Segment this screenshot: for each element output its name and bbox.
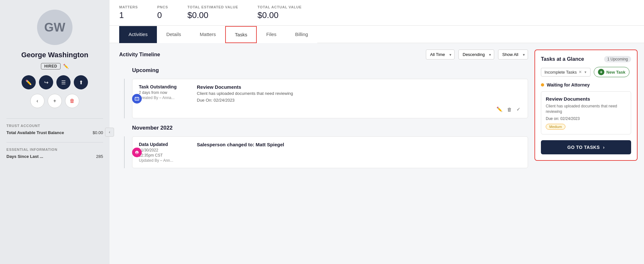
days-since-value: 285 [96, 154, 103, 159]
timeline-header: Activity Timeline All Time Descending Sh… [119, 50, 528, 59]
trust-account-label: TRUST ACCOUNT [6, 124, 103, 128]
timeline-task-right: Review Documents Client has uploaded doc… [197, 84, 521, 113]
tab-matters[interactable]: Matters [190, 26, 225, 43]
nav-row: ‹ + 🗑 [30, 94, 79, 108]
task-card-desc: Client has uploaded documents that need … [546, 104, 626, 114]
back-button[interactable]: ‹ [30, 94, 44, 108]
timeline-title: Activity Timeline [119, 52, 422, 58]
tabs-row: Activities Details Matters Tasks Files B… [110, 26, 644, 43]
share-button[interactable]: ⬆ [74, 75, 88, 89]
tab-billing[interactable]: Billing [286, 26, 317, 43]
goto-tasks-arrow-icon: › [603, 145, 605, 150]
notes-button[interactable]: ☰ [56, 75, 71, 89]
client-name: George Washington [21, 51, 88, 59]
tasks-filter-row: Incomplete Tasks ✕ ▼ + New Task [541, 67, 631, 77]
filter-show-all-wrap[interactable]: Show All [498, 50, 528, 59]
timeline-line-2 [124, 136, 125, 168]
new-task-label: New Task [606, 70, 625, 75]
trust-balance-row: Total Available Trust Balance $0.00 [6, 130, 103, 135]
days-since-label: Days Since Last ... [6, 154, 43, 159]
tab-tasks[interactable]: Tasks [225, 26, 257, 43]
total-estimated-value: $0.00 [187, 10, 238, 20]
total-actual-value: $0.00 [257, 10, 302, 20]
tab-activities[interactable]: Activities [119, 26, 157, 43]
timeline-data-updated: Updated By – Ann... [139, 158, 190, 163]
timeline-task-title: Review Documents [197, 84, 521, 90]
timeline-area: Activity Timeline All Time Descending Sh… [119, 50, 534, 258]
tasks-filter-tag[interactable]: Incomplete Tasks ✕ ▼ [541, 68, 591, 77]
upcoming-section-title: Upcoming [119, 67, 528, 74]
edit-status-icon[interactable]: ✏️ [63, 64, 69, 69]
timeline-data-right: Salesperson changed to: Matt Spiegel [197, 142, 521, 149]
tasks-filter-clear[interactable]: ✕ [579, 70, 582, 74]
stat-pncs: PNCs 0 [157, 5, 168, 20]
goto-tasks-button[interactable]: GO TO TASKS › [541, 140, 631, 154]
timeline-task-actions: ✏️ 🗑 ✓ [197, 106, 521, 113]
total-estimated-label: TOTAL ESTIMATED VALUE [187, 5, 238, 9]
filter-show-all[interactable]: Show All [498, 50, 528, 59]
trust-balance-value: $0.00 [92, 130, 103, 135]
matters-label: MATTERS [119, 5, 138, 9]
filter-descending[interactable]: Descending [458, 50, 494, 59]
timeline-task-date: 2 days from now [139, 90, 190, 95]
filter-descending-wrap[interactable]: Descending [458, 50, 494, 59]
sidebar: GW George Washington HIRED ✏️ ✏️ ↪ ☰ ⬆ ‹… [0, 0, 110, 264]
total-actual-label: TOTAL ACTUAL VALUE [257, 5, 302, 9]
tasks-upcoming-badge: 1 Upcoming [604, 56, 631, 62]
avatar: GW [37, 10, 72, 45]
matters-value: 1 [119, 10, 138, 20]
delete-task-button[interactable]: 🗑 [506, 106, 513, 113]
timeline-data-left: Data Updated 11/30/2022 12:35pm CST Upda… [139, 142, 190, 163]
november-section-title: November 2022 [119, 125, 528, 131]
new-task-plus-icon: + [598, 69, 604, 75]
waiting-label-row: Waiting for Attorney [541, 82, 631, 87]
november-items: Data Updated 11/30/2022 12:35pm CST Upda… [119, 136, 528, 168]
timeline-task-created: Created By – Anna... [139, 96, 190, 100]
edit-button[interactable]: ✏️ [22, 75, 36, 89]
timeline-data-person: Matt Spiegel [256, 142, 284, 147]
task-card: Review Documents Client has uploaded doc… [541, 91, 631, 134]
tasks-panel-header: Tasks at a Glance 1 Upcoming [541, 56, 631, 62]
forward-button[interactable]: ↪ [39, 75, 53, 89]
timeline-dot-pink [132, 148, 142, 157]
divider-trust [6, 118, 103, 119]
tab-details[interactable]: Details [157, 26, 190, 43]
trust-balance-label: Total Available Trust Balance [6, 130, 64, 135]
complete-task-button[interactable]: ✓ [516, 106, 521, 113]
filter-all-time-wrap[interactable]: All Time [426, 50, 455, 59]
edit-task-button[interactable]: ✏️ [496, 106, 503, 113]
task-card-title: Review Documents [546, 96, 626, 102]
tasks-filter-label: Incomplete Tasks [544, 70, 577, 75]
timeline-task-desc: Client has uploaded documents that need … [197, 91, 521, 96]
content-area: Activity Timeline All Time Descending Sh… [110, 43, 644, 264]
divider-essential [6, 142, 103, 142]
timeline-task-left: Task Outstanding 2 days from now Created… [139, 84, 190, 100]
timeline-task-type: Task Outstanding [139, 84, 190, 89]
sidebar-toggle[interactable]: ‹ [105, 128, 114, 137]
stat-total-actual: TOTAL ACTUAL VALUE $0.00 [257, 5, 302, 20]
status-badge: HIRED [41, 63, 61, 69]
timeline-data-title: Salesperson changed to: Matt Spiegel [197, 142, 521, 147]
tasks-filter-chevron-icon: ▼ [584, 70, 587, 74]
timeline-data-date: 11/30/2022 [139, 148, 190, 152]
timeline-dot-blue [132, 94, 142, 104]
timeline-line [124, 79, 125, 118]
pncs-label: PNCs [157, 5, 168, 9]
essential-info-label: ESSENTIAL INFORMATION [6, 148, 103, 151]
task-card-due: Due on: 02/24/2023 [546, 116, 626, 121]
timeline-item-data-update: Data Updated 11/30/2022 12:35pm CST Upda… [132, 136, 528, 168]
task-priority-badge: Medium [546, 124, 565, 130]
stat-total-estimated: TOTAL ESTIMATED VALUE $0.00 [187, 5, 238, 20]
new-task-button[interactable]: + New Task [594, 67, 630, 77]
timeline-task-card: Task Outstanding 2 days from now Created… [132, 79, 528, 118]
days-since-row: Days Since Last ... 285 [6, 154, 103, 159]
filter-all-time[interactable]: All Time [426, 50, 455, 59]
stat-matters: MATTERS 1 [119, 5, 138, 20]
delete-button[interactable]: 🗑 [65, 94, 79, 108]
timeline-data-time: 12:35pm CST [139, 153, 190, 158]
goto-tasks-label: GO TO TASKS [567, 145, 600, 150]
tab-files[interactable]: Files [257, 26, 286, 43]
add-button[interactable]: + [48, 94, 62, 108]
action-buttons-row: ✏️ ↪ ☰ ⬆ [22, 75, 88, 89]
tasks-panel-title: Tasks at a Glance [541, 56, 584, 62]
